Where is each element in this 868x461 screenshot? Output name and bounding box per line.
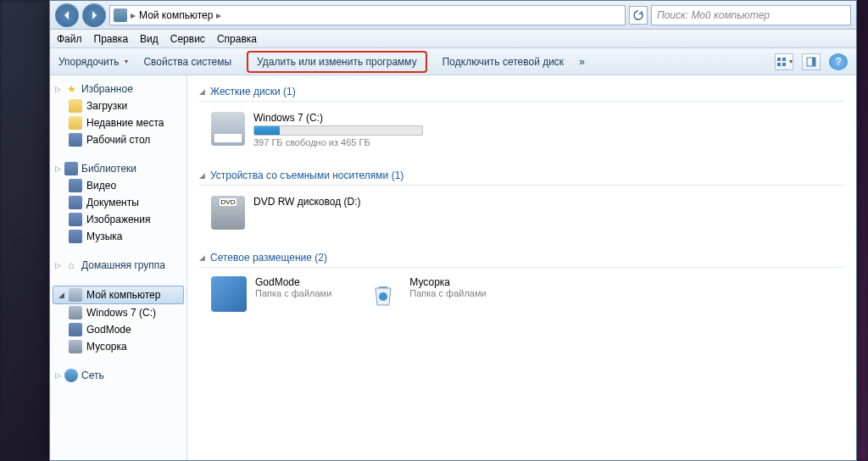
sidebar-item-videos[interactable]: Видео [50, 177, 186, 194]
video-icon [69, 179, 82, 192]
menu-edit[interactable]: Правка [94, 33, 129, 45]
sidebar-item-recent[interactable]: Недавние места [50, 114, 186, 131]
sidebar-item-pictures[interactable]: Изображения [50, 211, 186, 228]
search-input[interactable]: Поиск: Мой компьютер [651, 5, 851, 25]
sidebar-item-music[interactable]: Музыка [50, 228, 186, 245]
computer-icon [69, 288, 82, 302]
svg-point-8 [379, 292, 387, 301]
hard-drive-icon [211, 112, 245, 146]
content-pane: ◢Жесткие диски (1) Windows 7 (C:) 397 ГБ… [187, 75, 856, 460]
homegroup-icon: ⌂ [64, 258, 78, 272]
help-button[interactable]: ? [829, 53, 848, 70]
sidebar-favorites-header[interactable]: ▷★Избранное [50, 81, 186, 97]
menu-tools[interactable]: Сервис [170, 33, 205, 45]
folder-icon [69, 99, 82, 113]
svg-rect-2 [777, 58, 781, 61]
sidebar-network-header[interactable]: ▷Сеть [50, 367, 186, 384]
sidebar-item-trash[interactable]: Мусорка [50, 338, 186, 355]
sidebar-item-computer[interactable]: ◢Мой компьютер [53, 286, 184, 304]
netloc-trash[interactable]: Мусорка Папка с файлами [365, 276, 486, 312]
svg-rect-3 [782, 58, 786, 61]
sidebar-libraries-header[interactable]: ▷Библиотеки [50, 160, 186, 177]
system-properties-button[interactable]: Свойства системы [143, 56, 231, 68]
picture-icon [69, 213, 82, 226]
dvd-drive[interactable]: DVD RW дисковод (D:) [199, 191, 844, 235]
uninstall-program-button[interactable]: Удалить или изменить программу [247, 51, 427, 73]
breadcrumb[interactable]: ▸ Мой компьютер ▸ [109, 5, 626, 25]
sidebar-item-desktop[interactable]: Рабочий стол [50, 131, 186, 148]
toolbar-overflow[interactable]: » [579, 56, 585, 68]
explorer-window: ▸ Мой компьютер ▸ Поиск: Мой компьютер Ф… [49, 0, 857, 461]
view-mode-button[interactable] [775, 53, 793, 70]
library-icon [64, 162, 78, 175]
bin-icon [69, 340, 82, 353]
netloc-godmode[interactable]: GodMode Папка с файлами [211, 276, 331, 312]
drive-icon [69, 306, 82, 319]
sidebar: ▷★Избранное Загрузки Недавние места Рабо… [50, 75, 187, 460]
capacity-bar [253, 125, 423, 136]
map-network-drive-button[interactable]: Подключить сетевой диск [442, 56, 564, 68]
menu-help[interactable]: Справка [217, 33, 257, 45]
sidebar-item-drive-c[interactable]: Windows 7 (C:) [50, 304, 186, 321]
music-icon [69, 230, 82, 243]
sidebar-homegroup-header[interactable]: ▷⌂Домашняя группа [50, 257, 186, 274]
network-icon [64, 369, 78, 382]
dvd-drive-icon [211, 196, 245, 230]
chevron-right-icon: ▸ [216, 9, 221, 21]
svg-rect-7 [812, 58, 815, 66]
sidebar-item-downloads[interactable]: Загрузки [50, 97, 186, 114]
category-network-locations[interactable]: ◢Сетевое размещение (2) [199, 248, 844, 268]
desktop-icon [69, 133, 82, 147]
sidebar-item-godmode[interactable]: GodMode [50, 321, 186, 338]
forward-button[interactable] [82, 3, 106, 27]
category-removable[interactable]: ◢Устройства со съемными носителями (1) [199, 166, 844, 186]
menu-view[interactable]: Вид [140, 33, 159, 45]
refresh-button[interactable] [629, 6, 648, 25]
sidebar-item-documents[interactable]: Документы [50, 194, 186, 211]
toolbar: Упорядочить Свойства системы Удалить или… [50, 48, 856, 75]
folder-icon [69, 323, 82, 336]
computer-icon [114, 8, 127, 22]
preview-pane-button[interactable] [802, 53, 821, 70]
drive-c[interactable]: Windows 7 (C:) 397 ГБ свободно из 465 ГБ [199, 107, 844, 153]
svg-rect-4 [777, 63, 781, 66]
menu-bar: Файл Правка Вид Сервис Справка [50, 30, 856, 48]
folder-icon [69, 116, 82, 130]
recycle-bin-icon [365, 276, 401, 312]
star-icon: ★ [64, 82, 78, 96]
menu-file[interactable]: Файл [57, 33, 82, 45]
breadcrumb-segment[interactable]: Мой компьютер [139, 9, 213, 21]
organize-button[interactable]: Упорядочить [58, 56, 128, 68]
svg-rect-5 [782, 63, 786, 66]
document-icon [69, 196, 82, 209]
back-button[interactable] [55, 3, 79, 27]
category-hard-drives[interactable]: ◢Жесткие диски (1) [199, 82, 844, 102]
control-panel-icon [211, 276, 247, 312]
chevron-right-icon: ▸ [131, 9, 136, 21]
nav-bar: ▸ Мой компьютер ▸ Поиск: Мой компьютер [50, 1, 856, 30]
